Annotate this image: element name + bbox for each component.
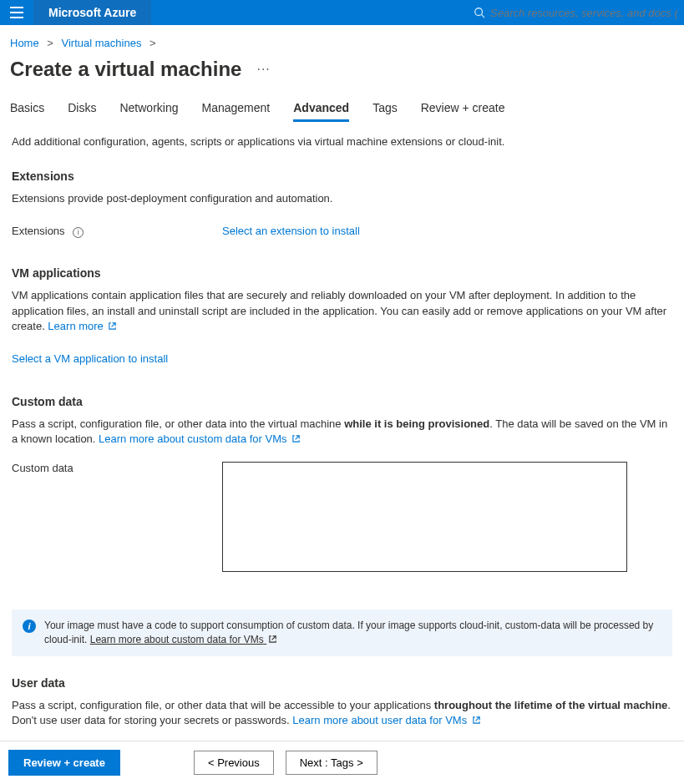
breadcrumb-virtual-machines[interactable]: Virtual machines bbox=[62, 37, 142, 49]
breadcrumb: Home > Virtual machines > bbox=[0, 25, 684, 54]
more-actions-button[interactable]: ··· bbox=[256, 62, 270, 77]
hamburger-icon bbox=[10, 7, 23, 18]
svg-rect-0 bbox=[10, 7, 23, 8]
select-extension-link[interactable]: Select an extension to install bbox=[222, 225, 360, 237]
global-search-input[interactable] bbox=[490, 7, 677, 19]
brand-label[interactable]: Microsoft Azure bbox=[33, 0, 151, 25]
user-data-heading: User data bbox=[12, 676, 672, 690]
info-callout-link[interactable]: Learn more about custom data for VMs bbox=[90, 634, 277, 645]
global-search[interactable] bbox=[467, 0, 684, 25]
custom-data-heading: Custom data bbox=[12, 395, 672, 408]
vm-apps-learn-more-link[interactable]: Learn more bbox=[48, 320, 117, 332]
tab-basics[interactable]: Basics bbox=[10, 96, 44, 121]
vm-apps-heading: VM applications bbox=[12, 266, 672, 280]
svg-line-4 bbox=[482, 15, 485, 18]
info-icon[interactable]: i bbox=[73, 227, 84, 238]
extensions-desc: Extensions provide post-deployment confi… bbox=[12, 191, 672, 206]
hamburger-menu[interactable] bbox=[0, 0, 33, 25]
extensions-field-label: Extensions bbox=[12, 225, 65, 237]
custom-data-textarea[interactable] bbox=[222, 462, 627, 572]
svg-rect-2 bbox=[10, 17, 23, 18]
custom-data-learn-more-link[interactable]: Learn more about custom data for VMs bbox=[99, 432, 301, 445]
wizard-footer: Review + create < Previous Next : Tags > bbox=[0, 741, 684, 784]
wizard-tabs: Basics Disks Networking Management Advan… bbox=[0, 96, 684, 121]
tab-tags[interactable]: Tags bbox=[372, 96, 398, 121]
page-title: Create a virtual machine bbox=[10, 58, 241, 81]
external-link-icon bbox=[472, 716, 481, 725]
user-data-learn-more-link[interactable]: Learn more about user data for VMs bbox=[292, 714, 480, 726]
search-icon bbox=[474, 7, 485, 18]
next-button[interactable]: Next : Tags > bbox=[286, 751, 377, 775]
tab-review[interactable]: Review + create bbox=[421, 96, 505, 121]
svg-rect-1 bbox=[10, 12, 23, 13]
external-link-icon bbox=[291, 434, 301, 443]
select-vm-app-link[interactable]: Select a VM application to install bbox=[12, 352, 168, 365]
svg-point-3 bbox=[475, 8, 483, 16]
custom-data-desc: Pass a script, configuration file, or ot… bbox=[12, 417, 672, 447]
custom-data-field-label: Custom data bbox=[12, 462, 222, 474]
custom-data-info-callout: i Your image must have a code to support… bbox=[12, 609, 672, 656]
previous-button[interactable]: < Previous bbox=[194, 751, 274, 775]
tab-advanced[interactable]: Advanced bbox=[293, 96, 349, 121]
info-badge-icon: i bbox=[23, 620, 36, 633]
breadcrumb-home[interactable]: Home bbox=[10, 37, 39, 49]
chevron-right-icon: > bbox=[47, 37, 53, 49]
tab-intro-text: Add additional configuration, agents, sc… bbox=[12, 134, 672, 149]
review-create-button[interactable]: Review + create bbox=[8, 750, 120, 776]
tab-management[interactable]: Management bbox=[202, 96, 271, 121]
user-data-desc: Pass a script, configuration file, or ot… bbox=[12, 698, 672, 728]
vm-apps-desc: VM applications contain application file… bbox=[12, 288, 672, 334]
tab-disks[interactable]: Disks bbox=[68, 96, 96, 121]
chevron-right-icon: > bbox=[149, 37, 156, 49]
external-link-icon bbox=[108, 321, 117, 331]
extensions-heading: Extensions bbox=[12, 169, 672, 183]
external-link-icon bbox=[268, 635, 277, 644]
tab-networking[interactable]: Networking bbox=[119, 96, 178, 121]
